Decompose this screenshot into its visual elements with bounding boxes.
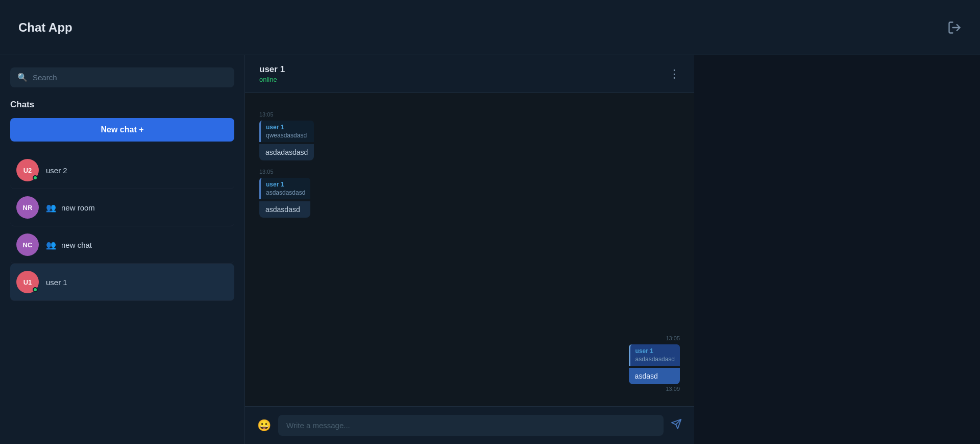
msg-time-below-3: 13:09 xyxy=(629,386,680,392)
msg-quoted-2: user 1 asdasdasdasd xyxy=(259,178,310,199)
msg-text-3: asdasd xyxy=(629,368,680,384)
chat-item-user1[interactable]: U1 user 1 🗑 xyxy=(10,264,234,301)
group-icon-newchat: 👥 xyxy=(46,240,56,250)
msg-timestamp-2: 13:05 xyxy=(259,169,680,175)
msg-text-1: asdadasdasd xyxy=(259,144,314,160)
msg-quoted-text-3: asdasdasdasd xyxy=(635,356,675,363)
more-options-icon[interactable]: ⋮ xyxy=(669,67,680,81)
group-icon-newroom: 👥 xyxy=(46,203,56,213)
avatar-label: NR xyxy=(23,204,33,212)
avatar-user2: U2 xyxy=(16,159,39,181)
search-icon: 🔍 xyxy=(17,73,28,82)
search-bar: 🔍 xyxy=(10,67,234,87)
chats-label: Chats xyxy=(10,100,234,110)
chat-item-user2[interactable]: U2 user 2 🗑 xyxy=(10,152,234,189)
search-input[interactable] xyxy=(33,73,227,82)
avatar-label: U2 xyxy=(23,167,32,174)
message-input-bar: 😀 xyxy=(245,406,694,444)
msg-quoted-text-1: qweasdasdasd xyxy=(266,132,309,139)
main-body: 🔍 Chats New chat + U2 user 2 🗑 NR 👥 xyxy=(0,55,980,444)
avatar-label: NC xyxy=(23,241,33,249)
chat-area: user 1 online ⋮ 13:05 user 1 qweasdasdas… xyxy=(245,55,694,444)
logout-icon[interactable] xyxy=(947,20,962,35)
msg-quoted-1: user 1 qweasdasdasd xyxy=(259,121,314,142)
avatar-user1: U1 xyxy=(16,271,39,293)
chat-header: user 1 online ⋮ xyxy=(245,55,694,93)
top-header: Chat App xyxy=(0,0,980,55)
avatar-newchat: NC xyxy=(16,233,39,256)
messages-area: 13:05 user 1 qweasdasdasd asdadasdasd 13… xyxy=(245,93,694,406)
msg-quoted-name-3: user 1 xyxy=(635,347,675,355)
chat-item-newchat[interactable]: NC 👥 new chat 🗑 xyxy=(10,226,234,264)
msg-row-2: user 1 asdasdasdasd asdasdasd xyxy=(259,178,680,218)
online-indicator xyxy=(33,175,38,180)
msg-bubble-group-3: user 1 asdasdasdasd asdasd 13:09 xyxy=(629,344,680,392)
new-chat-button[interactable]: New chat + xyxy=(10,118,234,142)
msg-timestamp-3: 13:05 xyxy=(259,335,680,341)
send-button[interactable] xyxy=(671,418,682,433)
right-panel xyxy=(694,55,980,444)
msg-bubble-group-2: user 1 asdasdasdasd asdasdasd xyxy=(259,178,310,218)
chat-name-user2: user 2 xyxy=(46,166,213,175)
chat-header-info: user 1 online xyxy=(259,64,285,83)
msg-quoted-3: user 1 asdasdasdasd xyxy=(629,344,680,366)
msg-timestamp-1: 13:05 xyxy=(259,111,680,118)
online-indicator xyxy=(33,287,38,292)
chat-name-newroom: new room xyxy=(61,203,213,212)
chat-header-name: user 1 xyxy=(259,64,285,75)
app-title: Chat App xyxy=(18,20,72,35)
chat-item-newroom[interactable]: NR 👥 new room 🗑 xyxy=(10,189,234,226)
emoji-button[interactable]: 😀 xyxy=(257,419,271,432)
chat-name-user1: user 1 xyxy=(46,278,213,287)
msg-row-3: user 1 asdasdasdasd asdasd 13:09 xyxy=(259,344,680,392)
msg-quoted-name-2: user 1 xyxy=(266,181,305,188)
sidebar: 🔍 Chats New chat + U2 user 2 🗑 NR 👥 xyxy=(0,55,245,444)
avatar-newroom: NR xyxy=(16,196,39,219)
msg-quoted-text-2: asdasdasdasd xyxy=(266,189,305,196)
chat-list: U2 user 2 🗑 NR 👥 new room 🗑 NC xyxy=(10,152,234,301)
msg-row-1: user 1 qweasdasdasd asdadasdasd xyxy=(259,121,680,160)
message-input[interactable] xyxy=(278,415,664,436)
avatar-label: U1 xyxy=(23,278,32,286)
chat-name-newchat: new chat xyxy=(61,241,213,249)
msg-quoted-name-1: user 1 xyxy=(266,124,309,131)
chat-header-status: online xyxy=(259,76,285,83)
msg-bubble-group-1: user 1 qweasdasdasd asdadasdasd xyxy=(259,121,314,160)
msg-text-2: asdasdasd xyxy=(259,201,310,218)
